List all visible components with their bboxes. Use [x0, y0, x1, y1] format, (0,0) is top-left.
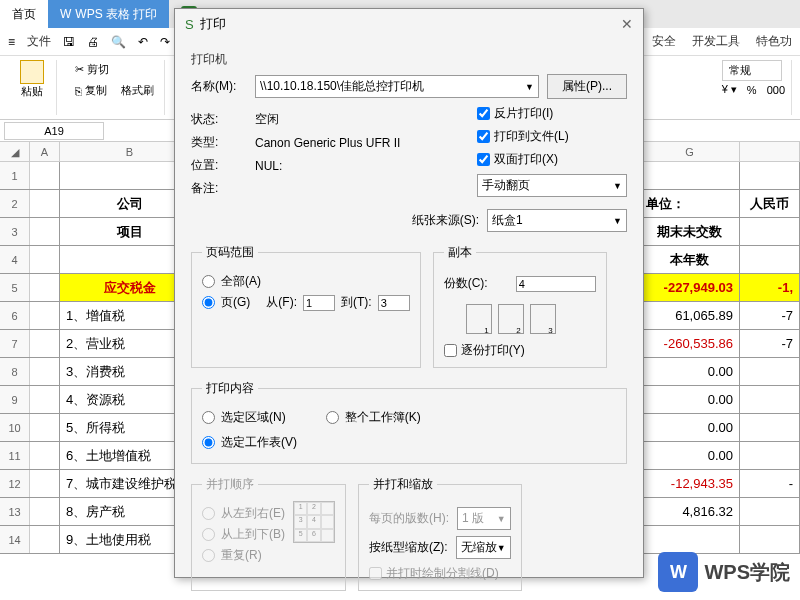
cell[interactable]: 0.00	[640, 414, 740, 441]
save-icon[interactable]: 🖫	[63, 35, 75, 49]
page-range-radio[interactable]	[202, 296, 215, 309]
cell[interactable]: -260,535.86	[640, 330, 740, 357]
copies-input[interactable]	[516, 276, 596, 292]
row-header[interactable]: 2	[0, 190, 30, 217]
row-header[interactable]: 9	[0, 386, 30, 413]
cell[interactable]	[740, 218, 800, 245]
cell[interactable]: 61,065.89	[640, 302, 740, 329]
cell[interactable]	[740, 162, 800, 189]
cell[interactable]	[640, 162, 740, 189]
cell[interactable]: 0.00	[640, 386, 740, 413]
cell[interactable]: -7	[740, 330, 800, 357]
cell[interactable]: 0.00	[640, 358, 740, 385]
copies-legend: 副本	[444, 244, 476, 261]
cell[interactable]: -1,	[740, 274, 800, 301]
printer-name-select[interactable]: \\10.10.18.150\佳能总控打印机▼	[255, 75, 539, 98]
scale-label: 按纸型缩放(Z):	[369, 539, 448, 556]
col-header[interactable]: G	[640, 142, 740, 161]
row-header[interactable]: 5	[0, 274, 30, 301]
percent-button[interactable]: %	[747, 84, 757, 96]
cut-button[interactable]: ✂ 剪切	[71, 60, 158, 79]
dialog-titlebar: S 打印 ✕	[175, 9, 643, 39]
row-header[interactable]: 6	[0, 302, 30, 329]
tab-home[interactable]: 首页	[0, 0, 48, 28]
ltr-radio	[202, 507, 215, 520]
from-page-input[interactable]	[303, 295, 335, 311]
copies-label: 份数(C):	[444, 275, 488, 292]
workbook-radio[interactable]	[326, 411, 339, 424]
order-preview-icon: 123456	[293, 501, 335, 543]
print-to-file-checkbox[interactable]: 打印到文件(L)	[477, 128, 627, 145]
select-all-corner[interactable]: ◢	[0, 142, 30, 161]
cell[interactable]	[740, 358, 800, 385]
duplex-checkbox[interactable]: 双面打印(X)	[477, 151, 627, 168]
menu-special[interactable]: 特色功	[756, 33, 792, 50]
cell[interactable]	[740, 442, 800, 469]
row-header[interactable]: 10	[0, 414, 30, 441]
repeat-radio	[202, 549, 215, 562]
reverse-print-checkbox[interactable]: 反片打印(I)	[477, 105, 627, 122]
cell[interactable]: 本年数	[640, 246, 740, 273]
menu-devtools[interactable]: 开发工具	[692, 33, 740, 50]
scale-select[interactable]: 无缩放▼	[456, 536, 511, 559]
row-header[interactable]: 1	[0, 162, 30, 189]
preview-icon[interactable]: 🔍	[111, 35, 126, 49]
all-pages-radio[interactable]	[202, 275, 215, 288]
cell[interactable]: -7	[740, 302, 800, 329]
sheet-radio[interactable]	[202, 436, 215, 449]
cell[interactable]: -	[740, 470, 800, 497]
row-header[interactable]: 12	[0, 470, 30, 497]
from-label: 从(F):	[266, 294, 297, 311]
collate-checkbox[interactable]: 逐份打印(Y)	[444, 342, 596, 359]
row-header[interactable]: 3	[0, 218, 30, 245]
status-label: 状态:	[191, 111, 247, 128]
paper-source-label: 纸张来源(S):	[412, 212, 479, 229]
menu-file[interactable]: 文件	[27, 33, 51, 50]
paste-button[interactable]: 粘贴	[14, 60, 50, 99]
paper-source-select[interactable]: 纸盒1▼	[487, 209, 627, 232]
menu-safety[interactable]: 安全	[652, 33, 676, 50]
cell[interactable]	[740, 246, 800, 273]
redo-icon[interactable]: ↷	[160, 35, 170, 49]
cell[interactable]	[740, 526, 800, 553]
cell[interactable]: 人民币	[740, 190, 800, 217]
format-painter-button[interactable]: 格式刷	[117, 81, 158, 100]
print-icon[interactable]: 🖨	[87, 35, 99, 49]
comma-button[interactable]: 000	[767, 84, 785, 96]
row-header[interactable]: 13	[0, 498, 30, 525]
cell[interactable]: -12,943.35	[640, 470, 740, 497]
page-range-group: 页码范围 全部(A) 页(G) 从(F): 到(T):	[191, 244, 421, 368]
cell[interactable]	[740, 386, 800, 413]
cell[interactable]: 4,816.32	[640, 498, 740, 525]
number-format-select[interactable]: 常规	[722, 60, 782, 81]
cell[interactable]: 0.00	[640, 442, 740, 469]
watermark-icon: W	[658, 552, 698, 592]
col-header[interactable]	[740, 142, 800, 161]
selection-radio[interactable]	[202, 411, 215, 424]
type-label: 类型:	[191, 134, 247, 151]
row-header[interactable]: 7	[0, 330, 30, 357]
row-header[interactable]: 14	[0, 526, 30, 553]
row-header[interactable]: 4	[0, 246, 30, 273]
name-box[interactable]	[4, 122, 104, 140]
undo-icon[interactable]: ↶	[138, 35, 148, 49]
copy-button[interactable]: ⎘ 复制	[71, 81, 111, 100]
row-header[interactable]: 11	[0, 442, 30, 469]
cell[interactable]	[640, 526, 740, 553]
to-page-input[interactable]	[378, 295, 410, 311]
currency-button[interactable]: ¥ ▾	[722, 83, 737, 96]
cell[interactable]: -227,949.03	[640, 274, 740, 301]
properties-button[interactable]: 属性(P)...	[547, 74, 627, 99]
manual-flip-select[interactable]: 手动翻页▼	[477, 174, 627, 197]
cell[interactable]	[740, 498, 800, 525]
col-header[interactable]: A	[30, 142, 60, 161]
close-icon[interactable]: ✕	[621, 16, 633, 32]
cell[interactable]: 期末未交数	[640, 218, 740, 245]
cell[interactable]: 单位：	[640, 190, 740, 217]
cell[interactable]	[740, 414, 800, 441]
watermark-text: WPS学院	[704, 559, 790, 586]
scale-group: 并打和缩放 每页的版数(H): 1 版▼ 按纸型缩放(Z): 无缩放▼ 并打时绘…	[358, 476, 522, 591]
row-header[interactable]: 8	[0, 358, 30, 385]
menu-back-icon[interactable]: ≡	[8, 35, 15, 49]
tab-other-doc[interactable]: WWPS 表格 打印	[48, 0, 169, 28]
